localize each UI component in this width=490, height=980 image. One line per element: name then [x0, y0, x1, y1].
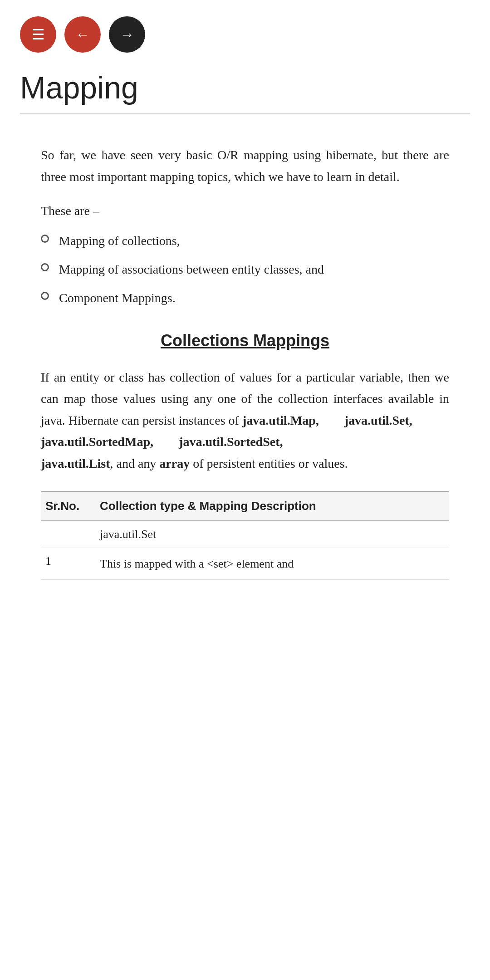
collections-bold6-text: array	[159, 456, 190, 470]
bullet-circle-icon	[41, 263, 49, 271]
list-item-text: Component Mappings.	[59, 288, 176, 309]
top-navigation: ☰ ← →	[0, 0, 490, 65]
collections-bold5-text: java.util.List	[41, 456, 110, 470]
bullet-circle-icon	[41, 292, 49, 300]
page-header: Mapping	[0, 65, 490, 140]
intro-paragraph: So far, we have seen very basic O/R mapp…	[41, 144, 449, 187]
these-are-label: These are –	[41, 204, 449, 218]
back-button[interactable]: ←	[64, 16, 101, 53]
collections-bold3-text: java.util.SortedMap,	[41, 435, 153, 449]
collections-bold1-text: java.util.Map,	[242, 413, 319, 427]
collections-end-text: of persistent entities or values.	[193, 456, 348, 470]
table-sub-label-row: java.util.Set	[41, 521, 449, 548]
forward-button[interactable]: →	[109, 16, 145, 53]
menu-icon: ☰	[32, 26, 45, 43]
table-data-content: This is mapped with a <set> element and	[95, 554, 449, 573]
table-sub-content: java.util.Set	[95, 528, 449, 541]
menu-button[interactable]: ☰	[20, 16, 56, 53]
bullet-list: Mapping of collections, Mapping of assoc…	[41, 231, 449, 308]
forward-icon: →	[120, 26, 134, 43]
bullet-circle-icon	[41, 235, 49, 243]
collections-description: If an entity or class has collection of …	[41, 367, 449, 475]
list-item-text: Mapping of collections,	[59, 231, 180, 251]
table-sub-srno	[41, 528, 95, 541]
header-divider	[20, 113, 470, 114]
table-header-srno: Sr.No.	[41, 499, 95, 513]
page-content: So far, we have seen very basic O/R mapp…	[0, 140, 490, 598]
list-item: Mapping of collections,	[41, 231, 449, 251]
back-icon: ←	[75, 26, 90, 43]
list-item: Mapping of associations between entity c…	[41, 260, 449, 280]
collections-mid-text: , and any	[110, 456, 156, 470]
list-item: Component Mappings.	[41, 288, 449, 309]
table-row: 1 This is mapped with a <set> element an…	[41, 548, 449, 580]
table-data-srno: 1	[41, 554, 95, 568]
table-header-desc: Collection type & Mapping Description	[95, 499, 449, 513]
page-title: Mapping	[20, 70, 470, 105]
collections-bold4-text: java.util.SortedSet,	[179, 435, 283, 449]
list-item-text: Mapping of associations between entity c…	[59, 260, 324, 280]
collections-table: Sr.No. Collection type & Mapping Descrip…	[41, 491, 449, 580]
table-header-row: Sr.No. Collection type & Mapping Descrip…	[41, 491, 449, 521]
collections-bold2-text: java.util.Set,	[344, 413, 412, 427]
collections-mappings-heading: Collections Mappings	[41, 331, 449, 350]
